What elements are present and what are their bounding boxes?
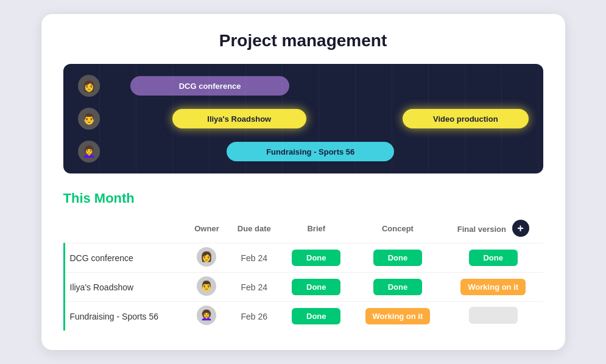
section-title: This Month: [63, 191, 135, 206]
add-column-button[interactable]: +: [512, 220, 529, 237]
final-badge-1: Working on it: [460, 279, 526, 295]
gantt-bar-container-1: DCG conference: [110, 76, 529, 96]
concept-badge-2: Working on it: [365, 308, 431, 324]
row-date-0: Feb 24: [228, 243, 281, 273]
col-header-final: Final version +: [443, 216, 543, 243]
row-brief-0: Done: [281, 243, 352, 273]
avatar-3: 👩‍🦱: [78, 141, 100, 163]
row-date-1: Feb 24: [228, 273, 281, 302]
brief-badge-1: Done: [292, 279, 340, 295]
row-owner-2: 👩‍🦱: [186, 302, 228, 331]
main-card: Project management 👩 DCG conference 👨 Il…: [41, 14, 565, 350]
final-badge-0: Done: [469, 250, 518, 266]
project-table: Owner Due date Brief Concept Final versi…: [63, 216, 543, 331]
concept-badge-0: Done: [373, 250, 422, 266]
avatar-1: 👩: [78, 75, 100, 97]
row-owner-1: 👨: [186, 273, 228, 302]
col-header-name: [64, 216, 186, 243]
col-header-owner: Owner: [186, 216, 228, 243]
row-concept-1: Done: [352, 273, 443, 302]
gantt-row-2: 👨 Iliya's Roadshow Video production: [78, 108, 529, 130]
col-header-brief: Brief: [281, 216, 352, 243]
avatar-2: 👨: [78, 108, 100, 130]
col-header-concept: Concept: [352, 216, 443, 243]
owner-avatar-0: 👩: [197, 247, 216, 267]
row-final-0: Done: [443, 243, 543, 273]
col-header-due-date: Due date: [228, 216, 281, 243]
table-row: DCG conference👩Feb 24DoneDoneDone: [64, 243, 543, 273]
owner-avatar-2: 👩‍🦱: [197, 306, 216, 325]
gantt-row-1: 👩 DCG conference: [78, 75, 529, 97]
row-date-2: Feb 26: [228, 302, 281, 331]
row-name-0: DCG conference: [64, 243, 186, 273]
brief-badge-0: Done: [292, 250, 340, 266]
gantt-bar-fundraising: Fundraising - Sports 56: [227, 142, 394, 161]
card-stack: Project management 👩 DCG conference 👨 Il…: [41, 14, 565, 350]
gantt-bar-container-3: Fundraising - Sports 56: [110, 142, 529, 161]
row-concept-2: Working on it: [352, 302, 443, 331]
owner-avatar-1: 👨: [197, 276, 216, 296]
brief-badge-2: Done: [292, 308, 340, 324]
row-name-2: Fundraising - Sports 56: [64, 302, 186, 331]
gantt-bar-dcg: DCG conference: [130, 76, 289, 96]
row-brief-1: Done: [281, 273, 352, 302]
table-section: This Month Owner Due date Brief Concept …: [63, 191, 543, 331]
gantt-bar-video: Video production: [403, 109, 528, 128]
gantt-bar-container-2: Iliya's Roadshow Video production: [110, 109, 529, 128]
concept-badge-1: Done: [373, 279, 422, 295]
table-row: Iliya's Roadshow👨Feb 24DoneDoneWorking o…: [64, 273, 543, 302]
row-name-1: Iliya's Roadshow: [64, 273, 186, 302]
gantt-row-3: 👩‍🦱 Fundraising - Sports 56: [78, 141, 529, 163]
final-empty-2: [469, 307, 518, 324]
gantt-bar-roadshow: Iliya's Roadshow: [172, 109, 306, 128]
row-concept-0: Done: [352, 243, 443, 273]
row-final-1: Working on it: [443, 273, 543, 302]
row-owner-0: 👩: [186, 243, 228, 273]
table-row: Fundraising - Sports 56👩‍🦱Feb 26DoneWork…: [64, 302, 543, 331]
page-title: Project management: [63, 31, 543, 51]
gantt-chart: 👩 DCG conference 👨 Iliya's Roadshow Vide…: [63, 64, 543, 173]
row-final-2: [443, 302, 543, 331]
row-brief-2: Done: [281, 302, 352, 331]
